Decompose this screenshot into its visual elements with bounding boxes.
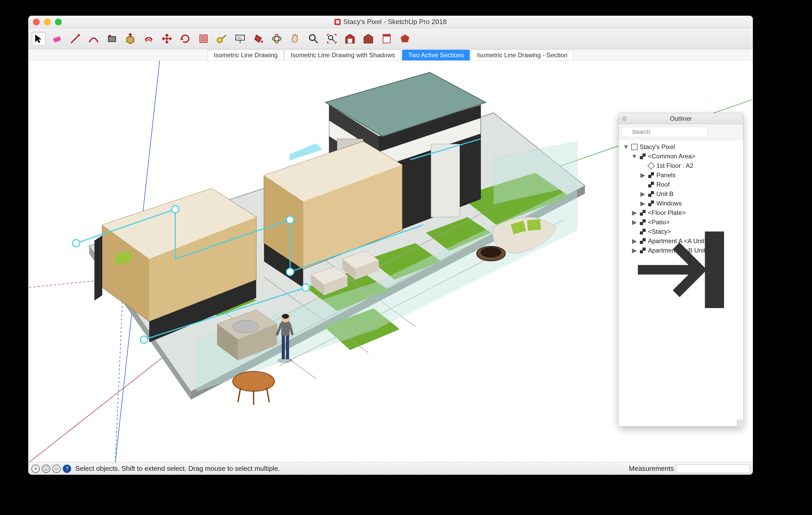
shapes-tool[interactable] (105, 32, 119, 46)
zoom-tool[interactable] (307, 32, 320, 46)
svg-point-59 (286, 268, 294, 276)
svg-point-56 (72, 239, 80, 247)
component-icon (639, 228, 646, 235)
offset-tool[interactable] (142, 32, 155, 46)
svg-point-58 (286, 216, 294, 223)
component-icon (647, 181, 655, 188)
svg-point-10 (275, 34, 279, 43)
scale-tool[interactable] (197, 32, 210, 46)
svg-point-5 (217, 37, 222, 42)
orbit-tool[interactable] (270, 32, 284, 46)
svg-point-61 (302, 284, 310, 291)
zoom-extents-tool[interactable] (325, 32, 339, 46)
svg-point-83 (277, 358, 293, 363)
svg-rect-4 (201, 36, 206, 41)
svg-text:A1: A1 (237, 35, 242, 40)
svg-line-81 (267, 388, 269, 402)
model-viewport[interactable]: Outliner ▼Stacy's Pixel▼<Common Area>1st… (28, 61, 753, 462)
status-icons: ⌖ ⓘ ☺ ? (31, 464, 71, 473)
credits-icon[interactable]: ⓘ (42, 464, 50, 473)
rotate-tool[interactable] (178, 32, 192, 46)
maximize-button[interactable] (55, 19, 62, 25)
titlebar: Stacy's Pixel - SketchUp Pro 2018 (28, 16, 753, 28)
outliner-details-button[interactable] (731, 127, 741, 137)
paint-bucket-tool[interactable] (252, 32, 265, 46)
component-icon (647, 190, 655, 198)
pan-tool[interactable] (288, 32, 302, 46)
svg-rect-13 (348, 39, 352, 43)
window-controls (33, 19, 62, 25)
component-icon (639, 209, 646, 216)
svg-point-9 (272, 36, 281, 41)
svg-marker-50 (94, 235, 102, 300)
model-icon (631, 143, 638, 151)
help-icon[interactable]: ? (63, 464, 71, 473)
arc-tool[interactable] (87, 32, 100, 46)
svg-rect-16 (383, 34, 390, 36)
component-icon (647, 200, 655, 207)
measurements-input[interactable] (676, 464, 750, 473)
scene-tab[interactable]: Isometric Line Drawing (208, 50, 284, 60)
svg-point-60 (140, 336, 148, 343)
select-tool[interactable] (32, 32, 46, 46)
outliner-panel: Outliner ▼Stacy's Pixel▼<Common Area>1st… (618, 113, 744, 427)
geolocation-icon[interactable]: ⌖ (31, 464, 40, 473)
measurements-label: Measurements (629, 464, 674, 473)
svg-line-80 (238, 388, 241, 402)
svg-rect-1 (108, 36, 116, 41)
close-button[interactable] (33, 19, 40, 25)
user-icon[interactable]: ☺ (52, 464, 61, 473)
scene-tab-active[interactable]: Two Active Sections (402, 50, 470, 60)
title-label: Stacy's Pixel - SketchUp Pro 2018 (343, 18, 446, 26)
component-icon (639, 218, 646, 226)
eraser-tool[interactable] (50, 32, 64, 46)
window-title: Stacy's Pixel - SketchUp Pro 2018 (334, 18, 446, 26)
svg-point-57 (172, 206, 179, 213)
extensions-tool[interactable] (398, 32, 412, 46)
svg-point-8 (261, 40, 263, 42)
svg-point-78 (233, 320, 259, 333)
svg-point-11 (310, 34, 315, 40)
component-icon (647, 172, 655, 179)
svg-point-79 (233, 371, 275, 391)
svg-rect-84 (282, 334, 285, 359)
svg-rect-0 (53, 36, 61, 42)
main-toolbar: A1 (28, 28, 753, 49)
app-window: Stacy's Pixel - SketchUp Pro 2018 A1 Iso… (28, 16, 753, 475)
svg-point-14 (367, 38, 370, 42)
component-icon (639, 237, 646, 245)
svg-rect-43 (431, 144, 460, 217)
tape-measure-tool[interactable] (215, 32, 229, 46)
scene-tab[interactable]: Isometric Line Drawing - Section (471, 50, 573, 60)
text-tool[interactable]: A1 (233, 32, 247, 46)
scene-tabs: Isometric Line Drawing Isometric Line Dr… (28, 49, 753, 61)
status-bar: ⌖ ⓘ ☺ ? Select objects. Shift to extend … (28, 462, 753, 475)
component-icon (639, 153, 646, 160)
status-hint: Select objects. Shift to extend select. … (75, 464, 280, 473)
extension-warehouse-tool[interactable] (361, 32, 375, 46)
svg-rect-72 (527, 219, 541, 231)
pushpull-tool[interactable] (123, 32, 137, 46)
svg-point-12 (328, 35, 333, 40)
svg-rect-85 (286, 334, 289, 359)
scene-tab[interactable]: Isometric Line Drawing with Shadows (285, 50, 401, 60)
app-icon (334, 19, 341, 25)
minimize-button[interactable] (44, 19, 51, 25)
component-icon (639, 247, 646, 254)
svg-point-74 (481, 247, 501, 258)
outliner-search-row (619, 124, 743, 140)
panel-resize-handle[interactable] (736, 420, 743, 426)
move-tool[interactable] (160, 32, 174, 46)
svg-line-21 (115, 285, 123, 462)
line-tool[interactable] (68, 32, 82, 46)
3d-warehouse-tool[interactable] (343, 32, 357, 46)
svg-point-2 (109, 34, 111, 37)
layout-tool[interactable] (380, 32, 394, 46)
svg-rect-91 (705, 232, 724, 308)
